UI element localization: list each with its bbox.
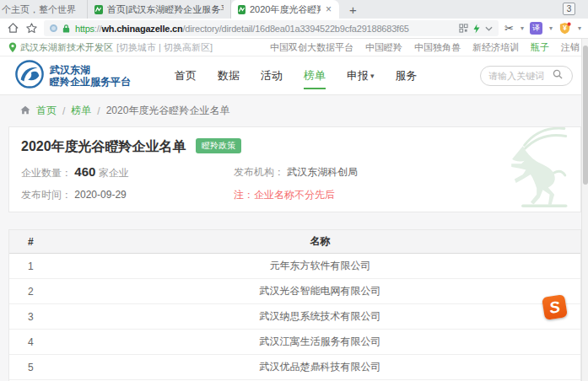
breadcrumb-home-icon[interactable]	[20, 105, 30, 117]
site-logo[interactable]: 武汉东湖 瞪羚企业服务平台	[15, 60, 131, 91]
nav-apply[interactable]: 申报 ▾	[347, 56, 375, 95]
speed-bolt-icon[interactable]	[472, 24, 481, 34]
publisher-value: 武汉东湖科创局	[287, 166, 358, 178]
logo-line2: 瞪羚企业服务平台	[50, 76, 131, 88]
screenshot-scissors-icon[interactable]: ✂	[504, 22, 514, 35]
nav-activity[interactable]: 活动	[261, 56, 283, 95]
breadcrumb-home[interactable]: 首页	[36, 104, 57, 118]
address-bar[interactable]: https://wh.chinagazelle.cn/directory/dir…	[44, 20, 499, 36]
count-value: 460	[74, 164, 95, 179]
company-name: 武汉光谷智能电网有限公司	[60, 284, 580, 298]
sogou-input-icon[interactable]: S	[542, 294, 568, 320]
secure-lock-icon[interactable]	[62, 24, 71, 34]
utility-link-username[interactable]: 瓶子	[531, 41, 549, 54]
site-info-icon[interactable]	[50, 24, 57, 32]
translate-icon[interactable]: 译	[530, 22, 542, 35]
nav-rankings[interactable]: 榜单	[304, 56, 326, 95]
tab-label: 首页|武汉东湖瞪羚企业服务平台	[107, 3, 224, 16]
url-path: /directory/dirdetail/16d8ea01a3394522b9c…	[182, 24, 408, 34]
utility-link-logout[interactable]: 注销	[561, 41, 580, 54]
nav-home[interactable]: 首页	[175, 56, 197, 95]
utility-link-training[interactable]: 新经济培训	[472, 41, 519, 54]
new-tab-button[interactable]: +	[339, 0, 367, 19]
company-name: 元年东方软件有限公司	[60, 259, 580, 273]
row-index: 5	[9, 362, 60, 373]
search-box[interactable]	[480, 66, 573, 86]
page-content: 首页 / 榜单 / 2020年度光谷瞪羚企业名单 2020年度光谷瞪羚企业名单 …	[0, 95, 588, 381]
company-name: 武汉纳思系统技术有限公司	[60, 309, 580, 324]
wallet-shield-icon[interactable]: ¥	[558, 22, 571, 35]
wallet-dropdown-caret-icon[interactable]: ▾	[578, 24, 581, 32]
column-header-index: #	[9, 236, 60, 248]
switch-city-links[interactable]: [切换城市 | 切换高新区]	[116, 41, 213, 54]
browser-tab-active[interactable]: 2020年度光谷瞪羚企业名单|武 ×	[231, 0, 339, 19]
location-area: 武汉东湖新技术开发区 [切换城市 | 切换高新区]	[8, 41, 213, 54]
count-unit: 家企业	[99, 167, 129, 179]
company-table: # 名称 1 元年东方软件有限公司 2 武汉光谷智能电网有限公司 3 武汉纳思系…	[8, 229, 581, 381]
utility-link-dataplatform[interactable]: 中国双创大数据平台	[270, 41, 353, 54]
breadcrumb-sep: /	[97, 105, 100, 117]
breadcrumb-sep: /	[62, 105, 65, 117]
tab-label: 个主页，整个世界	[2, 3, 76, 16]
breadcrumb-current: 2020年度光谷瞪羚企业名单	[106, 104, 230, 118]
main-nav: 首页 数据 活动 榜单 申报 ▾ 服务	[175, 56, 418, 95]
table-row[interactable]: 4 武汉江寓生活服务有限公司	[9, 330, 580, 355]
list-detail-card: 2020年度光谷瞪羚企业名单 瞪羚政策 企业数量： 460 家企业 发布机构： …	[8, 126, 581, 212]
location-pin-icon	[8, 42, 17, 53]
current-district-label: 武汉东湖新技术开发区	[20, 41, 113, 54]
site-header: 武汉东湖 瞪羚企业服务平台 首页 数据 活动 榜单 申报 ▾ 服务	[0, 56, 588, 95]
url-scheme: https	[75, 24, 94, 34]
nav-services[interactable]: 服务	[396, 56, 418, 95]
logo-text: 武汉东湖 瞪羚企业服务平台	[50, 64, 131, 88]
table-row[interactable]: 1 元年东方软件有限公司	[9, 254, 580, 279]
utility-bar: 武汉东湖新技术开发区 [切换城市 | 切换高新区] 中国双创大数据平台 中国瞪羚…	[0, 39, 588, 56]
row-index: 3	[9, 311, 60, 323]
policy-badge[interactable]: 瞪羚政策	[196, 138, 241, 153]
utility-link-unicorn[interactable]: 中国独角兽	[414, 41, 461, 54]
date-value: 2020-09-29	[74, 189, 126, 201]
table-header-row: # 名称	[9, 230, 580, 254]
row-index: 1	[9, 260, 60, 272]
nav-data[interactable]: 数据	[218, 56, 240, 95]
logo-mark-icon	[15, 60, 44, 91]
count-label: 企业数量：	[21, 167, 72, 179]
url-host: wh.chinagazelle.cn	[101, 24, 182, 34]
chevron-down-icon[interactable]	[485, 26, 493, 31]
browser-tab-1[interactable]: 个主页，整个世界	[0, 0, 88, 19]
enterprise-count: 企业数量： 460 家企业	[21, 164, 234, 180]
utility-links: 中国双创大数据平台 中国瞪羚 中国独角兽 新经济培训 瓶子 注销	[270, 41, 580, 54]
bookmark-star-icon[interactable]	[25, 22, 38, 35]
nav-apply-label: 申报	[347, 68, 369, 83]
utility-link-gazelle[interactable]: 中国瞪羚	[365, 41, 402, 54]
breadcrumb-rankings[interactable]: 榜单	[71, 104, 91, 118]
column-header-name: 名称	[60, 234, 580, 249]
nav-apply-caret-icon: ▾	[370, 72, 375, 80]
browser-tab-strip: 个主页，整个世界 首页|武汉东湖瞪羚企业服务平台 2020年度光谷瞪羚企业名单|…	[0, 0, 588, 19]
svg-text:¥: ¥	[563, 24, 567, 32]
search-icon[interactable]	[553, 69, 563, 82]
screenshot-dropdown-caret-icon[interactable]: ▾	[521, 24, 524, 32]
tab-count-button[interactable]: 3	[563, 3, 575, 15]
scrollbar-thumb[interactable]	[583, 46, 588, 185]
row-index: 2	[9, 286, 60, 298]
table-row[interactable]: 5 武汉优品楚鼎科技有限公司	[9, 355, 580, 380]
publisher-label: 发布机构：	[234, 166, 284, 178]
gazelle-watermark-icon	[499, 126, 577, 211]
tab-label: 2020年度光谷瞪羚企业名单|武	[250, 3, 321, 16]
translate-dropdown-caret-icon[interactable]: ▾	[549, 24, 553, 32]
gazelle-favicon-icon	[94, 5, 103, 14]
table-row[interactable]: 3 武汉纳思系统技术有限公司	[9, 304, 580, 330]
breadcrumb: 首页 / 榜单 / 2020年度光谷瞪羚企业名单	[0, 95, 588, 126]
url-text[interactable]: https://wh.chinagazelle.cn/directory/dir…	[75, 24, 455, 34]
logo-line1: 武汉东湖	[50, 64, 131, 76]
page-scrollbar[interactable]	[581, 39, 588, 381]
browser-tab-2[interactable]: 首页|武汉东湖瞪羚企业服务平台	[88, 0, 231, 19]
row-index: 4	[9, 336, 60, 348]
search-input[interactable]	[488, 71, 549, 81]
home-icon[interactable]	[7, 22, 19, 35]
date-label: 发布时间：	[21, 189, 72, 201]
table-row[interactable]: 2 武汉光谷智能电网有限公司	[9, 279, 580, 304]
qr-code-icon[interactable]	[459, 24, 468, 33]
tab-close-icon[interactable]: ×	[325, 4, 332, 14]
publish-date: 发布时间： 2020-09-29	[21, 188, 234, 202]
